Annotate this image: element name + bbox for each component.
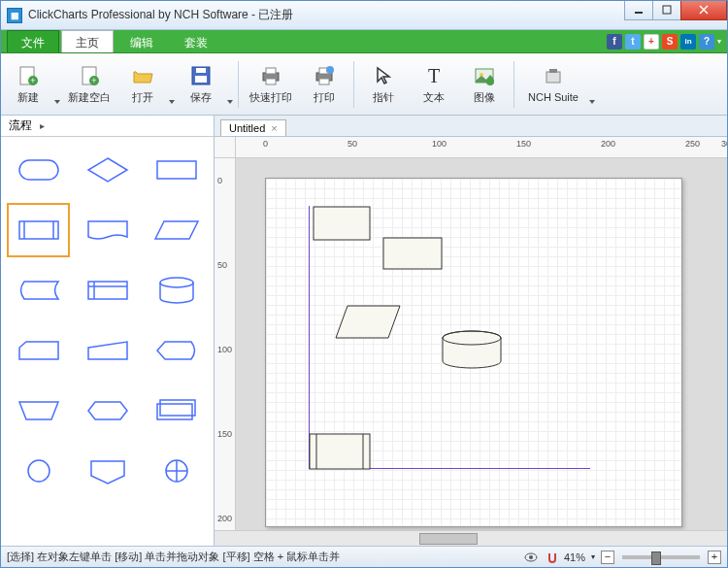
zoom-in-button[interactable]: + — [708, 551, 721, 564]
doc-tab-untitled[interactable]: Untitled× — [220, 119, 286, 136]
image-button[interactable]: 图像 — [459, 56, 510, 113]
maximize-button[interactable] — [652, 1, 681, 20]
print-icon — [313, 64, 336, 87]
shapes-sidebar: 流程 — [1, 116, 215, 546]
svg-rect-1 — [663, 6, 671, 14]
pointer-button[interactable]: 指针 — [358, 56, 409, 113]
canvas-shape-predefined[interactable] — [309, 433, 371, 470]
magnet-icon[interactable] — [545, 550, 560, 565]
shape-card[interactable] — [7, 323, 70, 378]
canvas-shape-process2[interactable] — [382, 237, 443, 270]
horizontal-scrollbar[interactable] — [215, 530, 727, 546]
shape-terminator[interactable] — [7, 143, 70, 197]
twitter-icon[interactable]: t — [625, 34, 641, 50]
pointer-icon — [372, 64, 395, 87]
help-dropdown[interactable]: ▾ — [717, 37, 721, 46]
sidebar-category-header[interactable]: 流程 — [1, 116, 214, 137]
nchsuite-icon — [542, 65, 565, 88]
shape-internalstorage[interactable] — [76, 263, 139, 317]
svg-rect-45 — [310, 434, 370, 469]
svg-text:+: + — [30, 76, 35, 85]
menu-bar: 文件 主页 编辑 套装 f t + S in ? ▾ — [1, 30, 727, 53]
menu-suite[interactable]: 套装 — [170, 30, 222, 52]
svg-point-23 — [486, 78, 494, 85]
title-bar: ▦ ClickCharts Professional by NCH Softwa… — [1, 1, 727, 30]
help-icon[interactable]: ? — [699, 34, 714, 50]
quickprint-button[interactable]: 快速打印 — [243, 56, 299, 113]
shape-storeddata[interactable] — [7, 263, 70, 317]
canvas-shape-process[interactable] — [313, 206, 371, 241]
text-button[interactable]: T文本 — [409, 56, 459, 113]
shape-manualop[interactable] — [7, 384, 70, 438]
zoom-slider[interactable] — [622, 555, 700, 559]
svg-rect-41 — [314, 207, 370, 240]
app-icon: ▦ — [7, 8, 22, 23]
google-icon[interactable]: + — [644, 34, 659, 50]
shape-data[interactable] — [145, 203, 208, 257]
save-dropdown[interactable] — [226, 57, 234, 112]
new-icon: + — [17, 64, 40, 87]
social-buttons: f t + S in ? ▾ — [607, 30, 727, 52]
shape-offpage[interactable] — [76, 444, 139, 498]
newblank-icon: + — [78, 64, 101, 87]
close-button[interactable] — [680, 1, 727, 20]
zoom-dropdown[interactable]: ▾ — [591, 552, 595, 561]
save-icon — [189, 64, 213, 87]
nchsuite-dropdown[interactable] — [588, 57, 596, 112]
menu-edit[interactable]: 编辑 — [116, 30, 168, 52]
shape-database[interactable] — [145, 263, 208, 317]
svg-rect-35 — [160, 400, 195, 416]
window-title: ClickCharts Professional by NCH Software… — [28, 7, 625, 23]
save-button[interactable]: 保存 — [176, 56, 226, 113]
menu-file[interactable]: 文件 — [7, 30, 59, 52]
shape-display[interactable] — [145, 323, 208, 378]
canvas-shape-data[interactable] — [334, 305, 402, 340]
svg-rect-15 — [266, 79, 276, 84]
folder-open-icon — [131, 64, 154, 87]
page[interactable] — [265, 178, 682, 527]
shape-process[interactable] — [145, 143, 208, 197]
nchsuite-button[interactable]: NCH Suite — [518, 56, 588, 113]
shape-decision[interactable] — [76, 143, 139, 197]
svg-text:T: T — [428, 65, 440, 86]
svg-rect-28 — [19, 221, 58, 239]
newblank-button[interactable]: +新建空白 — [61, 56, 117, 113]
shape-document[interactable] — [76, 203, 139, 257]
new-dropdown[interactable] — [53, 57, 61, 112]
eye-icon[interactable] — [523, 550, 539, 565]
shape-manualinput[interactable] — [76, 323, 139, 378]
guideline-vertical — [309, 206, 310, 468]
document-tabs: Untitled× — [215, 116, 727, 137]
status-text: [选择] 在对象左键单击 [移动] 单击并拖动对象 [平移] 空格 + 鼠标单击… — [7, 550, 340, 564]
zoom-value: 41% — [564, 551, 585, 563]
shape-preparation[interactable] — [76, 384, 139, 438]
print-button[interactable]: 打印 — [299, 56, 349, 113]
svg-rect-25 — [549, 69, 557, 73]
ruler-horizontal: 05010015020025030 — [236, 137, 727, 158]
image-icon — [473, 64, 496, 87]
zoom-out-button[interactable]: − — [601, 551, 614, 564]
svg-rect-36 — [157, 404, 192, 419]
minimize-button[interactable] — [624, 1, 653, 20]
stumble-icon[interactable]: S — [662, 34, 678, 50]
shape-multidoc[interactable] — [145, 384, 208, 438]
canvas-viewport[interactable] — [236, 158, 727, 530]
shape-predefined[interactable] — [7, 203, 70, 257]
open-button[interactable]: 打开 — [117, 56, 168, 113]
facebook-icon[interactable]: f — [607, 34, 622, 50]
svg-point-37 — [28, 460, 50, 482]
open-dropdown[interactable] — [168, 57, 176, 112]
canvas-area: Untitled× 05010015020025030 050100150200 — [215, 116, 727, 546]
canvas-shape-database[interactable] — [441, 329, 503, 370]
shape-or[interactable] — [145, 444, 208, 498]
svg-rect-24 — [546, 72, 560, 83]
shape-connector[interactable] — [7, 444, 70, 498]
linkedin-icon[interactable]: in — [680, 34, 696, 50]
svg-point-19 — [326, 66, 334, 74]
new-button[interactable]: +新建 — [3, 56, 53, 113]
svg-rect-12 — [196, 68, 206, 73]
svg-point-34 — [160, 278, 193, 287]
menu-home[interactable]: 主页 — [61, 30, 114, 52]
close-tab-icon[interactable]: × — [271, 122, 277, 134]
svg-rect-18 — [319, 79, 329, 84]
